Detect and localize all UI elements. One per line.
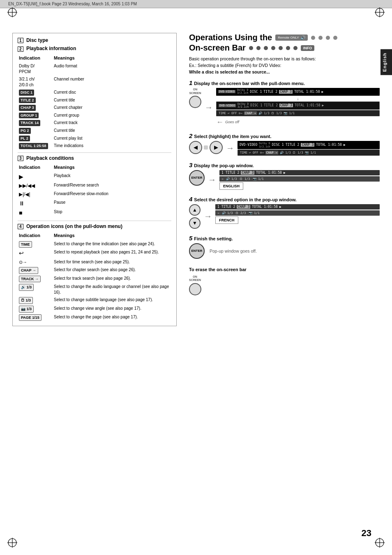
section1-num: 1 [18,38,23,43]
example-text: Ex.: Selecting a subtitle (French) for D… [189,63,281,68]
step1-header: 1 Display the on-screen bar with the pul… [189,79,380,86]
step4: 4 Select the desired option in the pop-u… [189,196,380,229]
row-slow: ▶|/◀| Forward/Reverse slow-motion [18,190,171,199]
row-angle: 📷 1/3 Select to change view angle (see a… [18,305,171,313]
badge-page: PAGE 1/15 [19,314,42,321]
step5: 5 Finish the setting. ENTER Pop-up windo… [189,235,380,259]
s2-total: TOTAL 1:01:58 [316,143,342,147]
remote-label: Remote ONLY [278,36,299,39]
row-time: TIME Select to change the time indicatio… [18,240,171,249]
dot11 [293,46,297,50]
step1-display: DVD-VIDEO Dolby D3/2.1ch DISC 1 TITLE 2 … [216,88,380,127]
ops-title-block: Operations Using the Remote ONLY 🔊 On-sc… [189,33,380,53]
erase-onscreen-circle[interactable] [189,283,201,295]
step3: 3 Display the pop-up window. ENTER → 1 T… [189,161,380,190]
pd-sub: 🗒 1/3 [271,111,282,115]
step1-onscreen-label: ONSCREEN [189,88,201,95]
indic-audio: 🔊 1/3 [18,283,53,296]
step1-onscreen-circle[interactable] [189,96,201,108]
indic-chapsearch: CHAP → [18,266,53,275]
badge-pl: PL 2 [19,136,30,142]
erase-onscreen-label: ONSCREEN [189,275,201,282]
step2-desc: Select (highlight) the item you want. [194,134,271,139]
step2-left-btn[interactable]: ◀ [189,141,202,154]
indic-disc: DISC 1 [18,89,53,97]
info-badge: INFO [301,45,315,51]
row-pl: PL 2 Current play list [18,135,171,143]
step3-desc: Display the pop-up window. [194,163,254,168]
dot9 [279,46,283,50]
file-info: EN_DX-T5[UW]_f.book Page 23 Wednesday, M… [8,2,137,6]
step1-osd: ONSCREEN → DVD-VIDEO Dolby D3/2.1ch DISC… [189,88,380,127]
step1: 1 Display the on-screen bar with the pul… [189,79,380,127]
indic-time: TIME [18,240,53,249]
osd-pulldown-bar: TIME ↩ OFF ⊙→ CHAP → 🔊 1/3 🗒 1/3 📷 1/1 [216,110,380,116]
indic-group: GROUP 1 [18,112,53,120]
s3-title: 1 TITLE 2 [221,171,239,175]
indic-pg: PG 2 [18,127,53,135]
row-chapsearch: CHAP → Select for chapter search (see al… [18,266,171,275]
dot8 [271,46,275,50]
section2-title: 2 Playback information [18,46,171,51]
ops-title-text: Operations Using the [189,33,272,42]
s2-dvd: DVD-VIDEO [240,143,257,147]
s3-audio: 🔊 1/3 [226,177,237,181]
step5-desc: Finish the setting. [194,236,233,241]
row-channel: 3/2.1 ch/2/0.0 ch Channel number [18,76,171,89]
reg-mark-tr [375,7,385,17]
step3-enter-label: ENTER [191,176,202,180]
meaning-fwd: Forward/Reverse search [53,182,171,190]
step3-enter-btn[interactable]: ENTER [189,170,205,186]
step4-down-btn[interactable]: ▼ [189,217,201,229]
step4-popup: FRENCH [215,216,238,224]
dot1 [311,36,315,40]
row-title: TITLE 2 Current title [18,97,171,104]
pd-audio: 🔊 1/3 [258,111,270,115]
meaning-audio: Select to change the audio language or c… [53,283,171,296]
section3-label: Playback conditions [26,155,74,161]
osd-source-dvd: DVD-VIDEO [218,90,235,93]
s2-pd-sub: 🗒 1/3 [293,151,303,154]
row-stop: ■ Stop [18,208,171,218]
goes-off-arrow-left: ← [216,118,224,127]
meaning-total: Time indications [53,142,171,150]
s4-arrow: → [217,211,219,215]
step5-popup-text: Pop-up window goes off. [210,249,257,253]
s2-play: ▶ [344,143,346,147]
s2-dolby: Dolby D3/2.1ch [259,142,270,148]
indic-total: TOTAL 1:25:58 [18,142,53,150]
step2-right-btn[interactable]: ▶ [210,141,223,154]
step1-desc: Display the on-screen bar with the pull-… [194,81,305,86]
step4-osd: ▲ ▼ → 1 TITLE 2 CHAP 3 TOTAL 1:01:58 ▶ → [189,204,380,229]
meaning-stop: Stop [53,208,171,218]
osd-source-dvd2: DVD-VIDEO [219,104,236,107]
meaning-timesearch: Select for time search (see also page 25… [53,258,171,266]
s2-chap-hl: CHAP 3 [301,143,314,147]
indic-pause: ⏸ [18,199,53,209]
step4-btns: ▲ ▼ [189,204,201,229]
badge-total: TOTAL 1:25:58 [19,143,48,149]
col-meanings-4: Meanings [53,232,171,240]
s2-pd-chap-hl: CHAP → [265,151,278,154]
step4-header: 4 Select the desired option in the pop-u… [189,196,380,203]
erase-section: To erase the on-screen bar ONSCREEN [189,267,380,295]
section1-label: Disc type [26,37,48,43]
step5-enter-btn[interactable]: ENTER [189,243,205,259]
s3-sub: 🗒 1/3 [240,177,250,181]
erase-onscreen: ONSCREEN [189,275,380,295]
row-pause: ⏸ Pause [18,199,171,209]
step5-header: 5 Finish the setting. [189,235,380,242]
osd-title-2b: TITLE 2 [264,104,278,107]
ops-intro: Basic operation procedure through the on… [189,56,380,75]
step1-num: 1 [189,79,192,86]
s2-disc: DISC 1 [272,143,284,147]
col-meanings-2: Meanings [53,54,171,62]
s4-sub: 🗒 2/3 [235,211,246,215]
section3-table: Indication Meanings ▶ Playback ▶▶/◀◀ For… [18,164,171,218]
meaning-repeat: Select to repeat playback (see also page… [53,249,171,258]
step4-up-btn[interactable]: ▲ [189,204,201,216]
pd-time: TIME [219,111,226,115]
indic-chap: CHAP 3 [18,104,53,112]
row-group: GROUP 1 Current group [18,112,171,120]
s4-angle: 📷 1/1 [249,211,260,215]
